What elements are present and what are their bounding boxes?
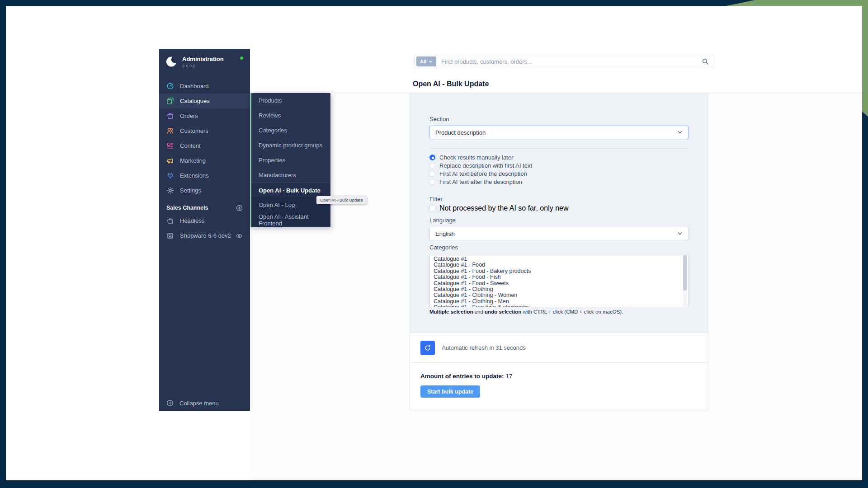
category-option[interactable]: Catalogue #1 - Clothing - Men bbox=[434, 299, 679, 305]
catalogues-icon bbox=[166, 97, 174, 105]
sidebar-item-marketing[interactable]: Marketing bbox=[159, 153, 250, 168]
eye-icon[interactable] bbox=[236, 232, 243, 239]
sidebar-item-content[interactable]: Content bbox=[159, 138, 250, 153]
entries-count-line: Amount of entries to update: 17 bbox=[420, 373, 698, 380]
start-bulk-update-button[interactable]: Start bulk update bbox=[420, 385, 480, 398]
mode-radio-check-results[interactable]: Check results manually later bbox=[429, 153, 689, 161]
flyout-item-properties[interactable]: Properties bbox=[251, 153, 330, 168]
mode-radio-text-after[interactable]: First AI text after the description bbox=[429, 178, 689, 186]
status-dot bbox=[240, 56, 243, 60]
sidebar-menu: Dashboard Catalogues Orders Customers Co… bbox=[159, 79, 250, 198]
shopware-logo-icon bbox=[165, 56, 178, 68]
frame-bottom-bar bbox=[0, 480, 868, 488]
radio-icon[interactable] bbox=[429, 163, 435, 169]
checkbox-icon[interactable] bbox=[429, 206, 435, 211]
category-option[interactable]: Catalogue #1 - Free time & electronics bbox=[434, 305, 679, 307]
bulk-update-card: Section Product description Check result… bbox=[410, 93, 708, 410]
category-option[interactable]: Catalogue #1 - Food bbox=[434, 262, 679, 268]
search-scope-dropdown[interactable]: All bbox=[416, 56, 436, 66]
flyout-item-manufacturers[interactable]: Manufacturers bbox=[251, 168, 330, 183]
auto-refresh-row: Automatic refresh in 31 seconds bbox=[410, 333, 708, 362]
flyout-item-categories[interactable]: Categories bbox=[251, 123, 330, 138]
mode-radio-label: First AI text before the description bbox=[439, 170, 527, 177]
catalogues-flyout-menu: Products Reviews Categories Dynamic prod… bbox=[250, 93, 330, 227]
sidebar-item-orders[interactable]: Orders bbox=[159, 108, 250, 123]
basket-icon bbox=[166, 217, 174, 225]
app-version: 6.6.9.0 bbox=[182, 63, 224, 68]
app-title: Administration bbox=[182, 56, 224, 62]
content-icon bbox=[166, 142, 174, 150]
entries-count-value: 17 bbox=[505, 373, 512, 380]
sidebar-header: Administration 6.6.9.0 bbox=[159, 49, 250, 72]
language-select[interactable]: English bbox=[429, 227, 689, 240]
mode-radio-text-before[interactable]: First AI text before the description bbox=[429, 169, 689, 178]
chevron-down-icon bbox=[677, 231, 683, 236]
sidebar-item-headless[interactable]: Headless bbox=[159, 213, 250, 228]
sidebar-item-catalogues[interactable]: Catalogues bbox=[159, 94, 250, 108]
chevron-down-icon bbox=[429, 60, 433, 64]
form-divider bbox=[429, 148, 689, 149]
flyout-item-openai-bulk-update[interactable]: Open AI - Bulk Update bbox=[251, 183, 330, 197]
extensions-icon bbox=[166, 172, 174, 179]
sidebar-item-settings[interactable]: Settings bbox=[159, 183, 250, 198]
category-option[interactable]: Catalogue #1 - Clothing bbox=[434, 286, 679, 292]
collapse-menu-button[interactable]: Collapse menu bbox=[159, 396, 250, 410]
search-input[interactable] bbox=[441, 58, 702, 65]
admin-sidebar: Administration 6.6.9.0 Dashboard Catalog… bbox=[159, 49, 250, 411]
flyout-item-openai-assistant-frontend[interactable]: Open AI - Assistant Frontend bbox=[251, 212, 330, 227]
refresh-button[interactable] bbox=[420, 341, 435, 355]
mode-radio-label: Check results manually later bbox=[439, 154, 513, 161]
category-option[interactable]: Catalogue #1 - Food - Bakery products bbox=[434, 268, 679, 274]
entries-count-label: Amount of entries to update: bbox=[420, 373, 504, 380]
sidebar-item-dashboard[interactable]: Dashboard bbox=[159, 79, 250, 94]
filter-checkbox-row[interactable]: Not processed by the AI so far, only new bbox=[429, 204, 689, 212]
listbox-scrollbar[interactable] bbox=[683, 255, 687, 307]
radio-icon[interactable] bbox=[429, 171, 435, 177]
summary-section: Amount of entries to update: 17 Start bu… bbox=[410, 362, 708, 410]
listbox-scrollbar-thumb[interactable] bbox=[683, 255, 687, 291]
flyout-item-dynamic-product-groups[interactable]: Dynamic product groups bbox=[251, 138, 330, 153]
section-select[interactable]: Product description bbox=[429, 126, 689, 139]
sidebar-item-customers[interactable]: Customers bbox=[159, 123, 250, 138]
categories-label: Categories bbox=[429, 244, 689, 251]
dashboard-icon bbox=[166, 82, 174, 90]
category-option[interactable]: Catalogue #1 bbox=[434, 256, 679, 262]
sidebar-item-shopware-dev2[interactable]: Shopware 6-6 dev2 bbox=[159, 228, 250, 243]
global-search-bar[interactable]: All bbox=[414, 55, 714, 68]
sales-channels-header: Sales Channels bbox=[159, 202, 250, 213]
search-icon[interactable] bbox=[702, 58, 709, 65]
auto-refresh-label: Automatic refresh in 31 seconds bbox=[442, 344, 526, 351]
section-label: Section bbox=[429, 116, 689, 122]
settings-gear-icon bbox=[166, 187, 174, 194]
categories-listbox[interactable]: Catalogue #1 Catalogue #1 - Food Catalog… bbox=[429, 254, 689, 307]
flyout-item-products[interactable]: Products bbox=[251, 93, 330, 108]
orders-icon bbox=[166, 112, 174, 120]
chevron-down-icon bbox=[677, 130, 683, 135]
section-select-value: Product description bbox=[435, 129, 486, 136]
language-select-value: English bbox=[435, 230, 455, 237]
filter-label: Filter bbox=[429, 196, 689, 202]
screenshot-stage: All Open AI - Bulk Update Section Produc… bbox=[0, 0, 868, 488]
page-title: Open AI - Bulk Update bbox=[413, 80, 489, 88]
filter-checkbox-label: Not processed by the AI so far, only new bbox=[439, 204, 569, 212]
flyout-item-reviews[interactable]: Reviews bbox=[251, 108, 330, 123]
category-option[interactable]: Catalogue #1 - Food - Sweets bbox=[434, 281, 679, 286]
multiselect-hint: Multiple selection and undo selection wi… bbox=[429, 309, 689, 314]
bulk-update-form: Section Product description Check result… bbox=[410, 93, 708, 333]
smartbar-divider bbox=[250, 93, 863, 93]
mode-radio-replace-description[interactable]: Replace description with first AI text bbox=[429, 161, 689, 169]
frame-right-green-accent bbox=[862, 0, 868, 117]
sidebar-item-extensions[interactable]: Extensions bbox=[159, 168, 250, 183]
frame-left-bar bbox=[0, 0, 6, 488]
category-option[interactable]: Catalogue #1 - Clothing - Women bbox=[434, 292, 679, 298]
refresh-icon bbox=[424, 344, 431, 352]
radio-icon[interactable] bbox=[429, 179, 435, 185]
add-sales-channel-icon[interactable] bbox=[236, 205, 243, 211]
category-option[interactable]: Catalogue #1 - Food - Fish bbox=[434, 274, 679, 280]
mode-radio-label: Replace description with first AI text bbox=[439, 162, 532, 169]
radio-selected-icon[interactable] bbox=[429, 155, 435, 160]
flyout-tooltip: Open AI - Bulk Update bbox=[316, 196, 367, 204]
customers-icon bbox=[166, 127, 174, 135]
storefront-icon bbox=[166, 232, 174, 239]
marketing-icon bbox=[166, 157, 174, 164]
